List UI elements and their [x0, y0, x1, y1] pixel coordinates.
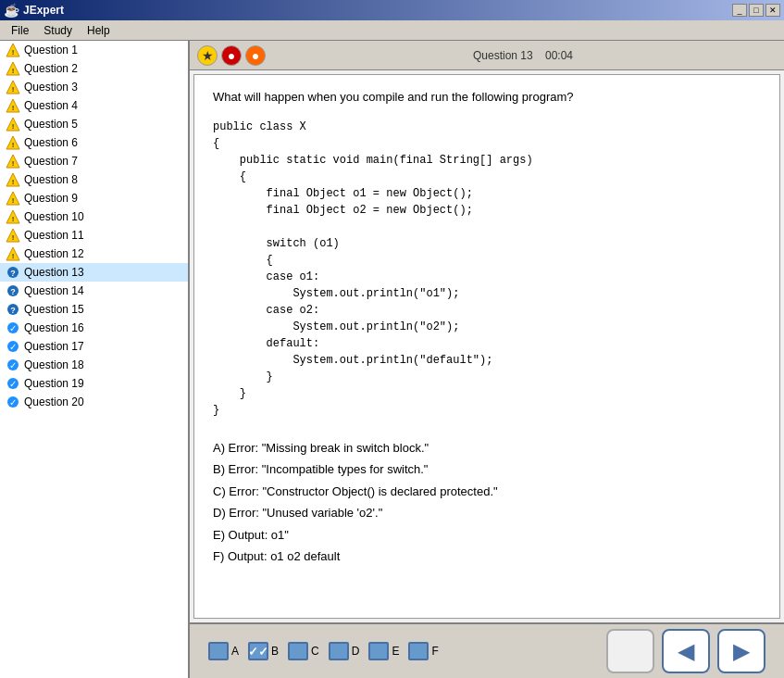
answer-btn-D[interactable]: D — [329, 642, 360, 660]
svg-text:!: ! — [12, 215, 15, 223]
menu-help[interactable]: Help — [80, 22, 118, 39]
sidebar: !Question 1!Question 2!Question 3!Questi… — [0, 41, 190, 678]
svg-text:?: ? — [10, 306, 16, 315]
menu-bar: File Study Help — [0, 20, 784, 41]
bookmark-button[interactable]: ★ — [197, 45, 218, 66]
sidebar-item-label: Question 9 — [24, 192, 78, 205]
sidebar-item-20[interactable]: ✓Question 20 — [0, 393, 188, 411]
minimize-button[interactable]: _ — [732, 4, 747, 17]
sidebar-item-19[interactable]: ✓Question 19 — [0, 374, 188, 393]
sidebar-item-label: Question 3 — [24, 81, 78, 94]
svg-text:!: ! — [12, 122, 15, 131]
title-bar: ☕ JExpert _ □ ✕ — [0, 0, 784, 20]
menu-file[interactable]: File — [4, 22, 36, 39]
answer-label-B: B — [271, 645, 279, 658]
answer-checkbox-D[interactable] — [329, 642, 349, 660]
answer-btn-B[interactable]: ✓B — [248, 642, 279, 660]
svg-text:?: ? — [10, 269, 16, 278]
sidebar-item-label: Question 10 — [24, 210, 84, 223]
svg-text:!: ! — [12, 141, 15, 149]
answer-D: D) Error: "Unused variable 'o2'." — [213, 502, 761, 523]
sidebar-item-14[interactable]: ?Question 14 — [0, 282, 188, 300]
sidebar-item-label: Question 19 — [24, 377, 84, 390]
sidebar-item-label: Question 11 — [24, 229, 84, 242]
svg-text:✓: ✓ — [9, 360, 17, 370]
sidebar-item-12[interactable]: !Question 12 — [0, 245, 188, 263]
answer-checkbox-B[interactable]: ✓ — [248, 642, 268, 660]
answers-list: A) Error: "Missing break in switch block… — [213, 437, 761, 567]
sidebar-item-label: Question 4 — [24, 99, 78, 112]
sidebar-item-4[interactable]: !Question 4 — [0, 96, 188, 115]
title-bar-title: ☕ JExpert — [4, 3, 64, 18]
back-button[interactable]: ◀ — [662, 629, 710, 673]
question-info: Question 13 00:04 — [269, 49, 777, 62]
sidebar-item-16[interactable]: ✓Question 16 — [0, 319, 188, 337]
svg-text:!: ! — [12, 85, 15, 94]
answer-A: A) Error: "Missing break in switch block… — [213, 437, 761, 458]
svg-text:!: ! — [12, 48, 15, 56]
svg-text:!: ! — [12, 233, 15, 242]
svg-text:!: ! — [12, 178, 15, 186]
blank-button[interactable] — [606, 629, 654, 673]
sidebar-item-17[interactable]: ✓Question 17 — [0, 337, 188, 356]
sidebar-item-label: Question 16 — [24, 321, 84, 334]
flag-red-button[interactable]: ● — [221, 45, 242, 66]
sidebar-item-13[interactable]: ?Question 13 — [0, 263, 188, 282]
title-bar-buttons: _ □ ✕ — [732, 4, 780, 17]
answer-checkbox-E[interactable] — [368, 642, 389, 660]
answer-btn-E[interactable]: E — [368, 642, 399, 660]
question-content: What will happen when you compile and ru… — [193, 74, 780, 619]
sidebar-item-label: Question 13 — [24, 266, 84, 279]
svg-text:✓: ✓ — [9, 342, 17, 352]
sidebar-item-1[interactable]: !Question 1 — [0, 41, 188, 59]
sidebar-item-label: Question 7 — [24, 155, 78, 168]
sidebar-item-label: Question 2 — [24, 62, 78, 75]
sidebar-item-2[interactable]: !Question 2 — [0, 59, 188, 78]
sidebar-item-5[interactable]: !Question 5 — [0, 115, 188, 133]
answer-checkbox-A[interactable] — [208, 642, 229, 660]
sidebar-item-7[interactable]: !Question 7 — [0, 152, 188, 170]
sidebar-item-label: Question 14 — [24, 284, 84, 297]
svg-text:!: ! — [12, 252, 15, 260]
question-text: What will happen when you compile and ru… — [213, 90, 761, 104]
svg-text:✓: ✓ — [9, 397, 17, 408]
sidebar-item-3[interactable]: !Question 3 — [0, 78, 188, 96]
sidebar-item-8[interactable]: !Question 8 — [0, 170, 188, 189]
forward-button[interactable]: ▶ — [717, 629, 765, 673]
answer-btn-F[interactable]: F — [408, 642, 438, 660]
answer-btn-C[interactable]: C — [288, 642, 319, 660]
answer-E: E) Output: o1" — [213, 524, 761, 546]
maximize-button[interactable]: □ — [749, 4, 764, 17]
question-toolbar: ★ ● ● Question 13 00:04 — [190, 41, 784, 70]
sidebar-item-9[interactable]: !Question 9 — [0, 189, 188, 207]
answer-C: C) Error: "Constructor Object() is decla… — [213, 481, 761, 502]
sidebar-item-label: Question 18 — [24, 358, 84, 371]
sidebar-item-label: Question 5 — [24, 118, 78, 131]
answer-label-A: A — [231, 645, 239, 658]
close-button[interactable]: ✕ — [765, 4, 780, 17]
svg-text:?: ? — [10, 287, 16, 296]
svg-text:!: ! — [12, 104, 15, 112]
answer-checkbox-F[interactable] — [408, 642, 429, 660]
sidebar-item-15[interactable]: ?Question 15 — [0, 300, 188, 319]
svg-text:!: ! — [12, 159, 15, 168]
answer-btn-A[interactable]: A — [208, 642, 239, 660]
menu-study[interactable]: Study — [36, 22, 80, 39]
sidebar-item-10[interactable]: !Question 10 — [0, 207, 188, 226]
sidebar-item-6[interactable]: !Question 6 — [0, 133, 188, 152]
sidebar-item-11[interactable]: !Question 11 — [0, 226, 188, 245]
flag-orange-button[interactable]: ● — [245, 45, 266, 66]
sidebar-item-label: Question 6 — [24, 136, 78, 149]
answer-checkbox-C[interactable] — [288, 642, 308, 660]
sidebar-item-label: Question 1 — [24, 44, 78, 56]
bottom-bar: A✓BCDEF ◀ ▶ — [190, 622, 784, 678]
sidebar-item-label: Question 15 — [24, 303, 84, 316]
answer-F: F) Output: o1 o2 default — [213, 546, 761, 567]
svg-text:✓: ✓ — [9, 323, 17, 333]
sidebar-item-label: Question 12 — [24, 247, 84, 260]
answer-label-F: F — [431, 645, 438, 658]
answer-B: B) Error: "Incompatible types for switch… — [213, 458, 761, 480]
code-block: public class X { public static void main… — [213, 119, 761, 419]
svg-text:!: ! — [12, 67, 15, 75]
sidebar-item-18[interactable]: ✓Question 18 — [0, 356, 188, 374]
